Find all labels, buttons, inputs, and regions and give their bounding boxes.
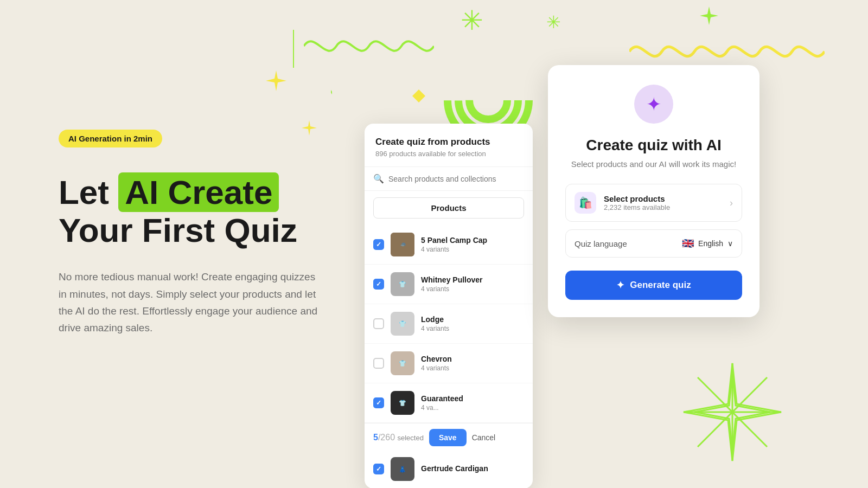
product-image-camp-cap: 🧢 — [391, 233, 414, 256]
svg-marker-11 — [684, 363, 781, 461]
ai-modal: ✦ Create quiz with AI Select products an… — [548, 65, 760, 317]
svg-marker-2 — [700, 7, 718, 25]
cancel-button[interactable]: Cancel — [472, 433, 496, 442]
product-image-guaranteed: 👕 — [391, 391, 414, 415]
generate-button-label: Generate quiz — [630, 280, 691, 291]
product-info-chevron: Chevron 4 variants — [421, 355, 524, 372]
subtext: No more tedious manual work! Create enga… — [59, 268, 324, 336]
product-image-chevron: 👕 — [391, 351, 414, 375]
svg-point-10 — [469, 81, 507, 119]
product-item-gertrude[interactable]: ✓ 👗 Gertrude Cardigan — [365, 452, 533, 488]
checkbox-whitney[interactable]: ✓ — [373, 279, 384, 290]
chevron-down-icon: ∨ — [727, 239, 733, 248]
chevron-right-icon: › — [730, 197, 733, 209]
product-info-camp-cap: 5 Panel Camp Cap 4 variants — [421, 236, 524, 253]
product-image-gertrude: 👗 — [391, 457, 414, 481]
product-info-guaranteed: Guaranteed 4 va... — [421, 394, 524, 412]
checkbox-lodge[interactable] — [373, 318, 384, 329]
product-list: ✓ 🧢 5 Panel Camp Cap 4 variants ✓ 👕 Whit… — [365, 225, 533, 488]
product-info-gertrude: Gertrude Cardigan — [421, 464, 524, 474]
selection-footer: 5/260 selected Save Cancel — [365, 423, 533, 452]
product-item-guaranteed[interactable]: ✓ 👕 Guaranteed 4 va... — [365, 383, 533, 423]
product-image-lodge: 👕 — [391, 312, 414, 336]
svg-line-16 — [698, 377, 767, 447]
product-info-lodge: Lodge 4 variants — [421, 315, 524, 332]
select-products-info: Select products 2,232 items available — [604, 194, 722, 211]
language-name: English — [698, 239, 723, 248]
main-headline: Let AI Create Your First Quiz — [59, 174, 368, 249]
ai-sparkle-icon: ✦ — [646, 93, 661, 115]
selected-count-text: 5/260 selected — [373, 433, 424, 442]
svg-marker-12 — [694, 374, 770, 450]
checkbox-gertrude[interactable]: ✓ — [373, 464, 384, 474]
modal-header: Create quiz from products 896 products a… — [365, 124, 533, 167]
product-modal: Create quiz from products 896 products a… — [365, 124, 533, 488]
ai-icon-wrapper: ✦ — [634, 85, 673, 124]
search-input[interactable] — [388, 175, 524, 183]
generate-quiz-button[interactable]: ✦ Generate quiz — [565, 271, 742, 300]
product-item-whitney[interactable]: ✓ 👕 Whitney Pullover 4 variants — [365, 265, 533, 304]
ai-modal-description: Select products and our AI will work its… — [565, 159, 742, 169]
svg-text:✳: ✳ — [461, 5, 483, 36]
svg-text:✳: ✳ — [546, 12, 561, 32]
save-button[interactable]: Save — [429, 429, 467, 446]
flag-icon: 🇬🇧 — [682, 237, 694, 249]
product-item-lodge[interactable]: 👕 Lodge 4 variants — [365, 304, 533, 344]
checkbox-guaranteed[interactable]: ✓ — [373, 397, 384, 408]
modal-subtitle: 896 products available for selection — [375, 150, 522, 158]
quiz-language-label: Quiz language — [575, 239, 682, 248]
checkbox-camp-cap[interactable]: ✓ — [373, 239, 384, 250]
svg-marker-4 — [412, 89, 425, 102]
product-item-camp-cap[interactable]: ✓ 🧢 5 Panel Camp Cap 4 variants — [365, 225, 533, 265]
checkbox-chevron[interactable] — [373, 358, 384, 369]
bag-icon: 🛍️ — [575, 192, 596, 214]
language-selector[interactable]: 🇬🇧 English ∨ — [682, 237, 733, 249]
sparkle-icon: ✦ — [616, 279, 624, 291]
search-box[interactable]: 🔍 — [365, 167, 533, 191]
product-info-whitney: Whitney Pullover 4 variants — [421, 275, 524, 293]
products-tab[interactable]: Products — [373, 197, 524, 219]
quiz-language-row[interactable]: Quiz language 🇬🇧 English ∨ — [565, 229, 742, 258]
select-products-row[interactable]: 🛍️ Select products 2,232 items available… — [565, 184, 742, 222]
svg-point-9 — [458, 70, 518, 130]
product-item-chevron[interactable]: 👕 Chevron 4 variants — [365, 344, 533, 383]
modal-title: Create quiz from products — [375, 137, 522, 147]
svg-line-15 — [698, 377, 767, 447]
search-icon: 🔍 — [373, 174, 384, 184]
product-image-whitney: 👕 — [391, 272, 414, 296]
ai-modal-title: Create quiz with AI — [565, 137, 742, 154]
ai-badge: AI Generation in 2min — [59, 130, 162, 147]
